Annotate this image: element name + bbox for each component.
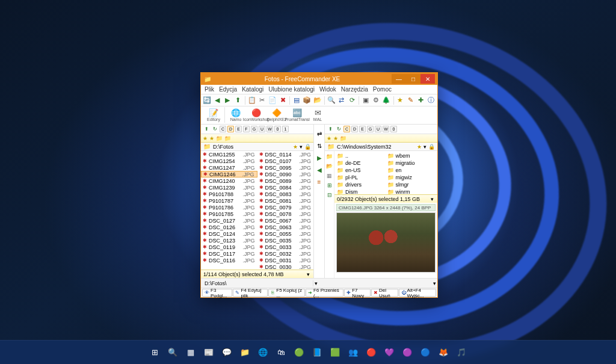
menu-pomoc[interactable]: Pomoc [373,86,392,93]
nav-refresh-icon[interactable]: ↻ [211,126,218,133]
new-icon[interactable]: ✚ [417,95,425,105]
file-row[interactable]: ✱DSC_0083.JPG [257,191,314,197]
taskbar-music-icon[interactable]: 🎵 [454,345,469,360]
maximize-button[interactable]: □ [406,74,420,84]
file-row[interactable]: ✱DSC_0079.JPG [257,204,314,211]
taskbar-whatsapp-icon[interactable]: 🟩 [327,345,343,360]
refresh-icon[interactable]: 🔄 [203,95,211,105]
file-row[interactable]: ✱DSC_0055.JPG [257,230,314,237]
file-row[interactable]: ✱DSC_0067.JPG [257,217,314,224]
sync-panes-icon[interactable]: ⇄ [315,129,324,138]
fnkey-f4[interactable]: ✎F4 Edytuj plik [233,289,268,297]
pack-icon[interactable]: 📦 [303,95,311,105]
folder-item[interactable]: 📁winrm [386,188,437,194]
folder-item[interactable]: 📁wbem [386,152,437,159]
right-path-bar[interactable]: 📁 C:\Windows\System32 ★ ▾ 🔒 [325,143,437,151]
taskbar-app2-icon[interactable]: 🔵 [417,345,433,360]
menu-katalogi[interactable]: Katalogi [242,86,263,93]
drive-w-button[interactable]: W [266,126,273,132]
file-row[interactable]: ✱DSC_0078.JPG [257,211,314,217]
props-icon[interactable]: ⓘ [427,95,436,105]
tree-icon[interactable]: 🌲 [382,95,390,105]
drive-d-button[interactable]: D [351,126,358,132]
copy-right-icon[interactable]: ▶ [315,153,324,162]
drive-d-button[interactable]: D [227,126,234,132]
star-icon[interactable]: ★ [327,135,331,141]
lock-icon[interactable]: 🔒 [428,144,435,150]
fnkey-del[interactable]: ✖Del Usuń [371,289,398,297]
search-icon[interactable]: 🔍 [327,95,336,105]
path-dropdown[interactable]: ▾ [313,280,319,286]
preview-image[interactable] [336,212,436,273]
taskbar-edge-icon[interactable]: 🌐 [255,345,271,360]
folder-item[interactable]: 📁migratio [386,159,437,167]
drive-f-button[interactable]: F [243,126,250,132]
filter-icon[interactable]: ▦ [326,172,333,179]
file-row[interactable]: ✱DSC_0031.JPG [257,257,314,264]
history-icon[interactable]: ▾ [424,144,427,150]
star-icon[interactable]: ★ [333,135,338,141]
paste-icon[interactable]: 📄 [268,95,277,105]
taskbar-opera-icon[interactable]: 🔴 [363,345,379,360]
folder-item[interactable]: 📁Dism [336,188,386,194]
path-dropdown[interactable]: ▾ [431,280,437,286]
file-row[interactable]: ✱DSC_0063.JPG [257,224,314,230]
menu-widok[interactable]: Widok [319,86,336,93]
file-row[interactable]: ✱DSC_0116.JPG [201,257,257,264]
close-button[interactable]: ✕ [420,74,435,84]
file-row[interactable]: ✱CIMG1254.JPG [201,158,257,164]
drive-e-button[interactable]: E [235,126,242,132]
view-icon[interactable]: ▤ [292,95,301,105]
file-row[interactable]: ✱CIMG1247.JPG [201,164,257,171]
drive-c-button[interactable]: C [343,126,350,132]
folder-item[interactable]: 📁de-DE [336,159,386,167]
left-file-list[interactable]: ✱CIMG1255.JPG✱DSC_0114.JPG✱CIMG1254.JPG✱… [201,151,313,270]
launcher-iconworkshop[interactable]: 🔴IconWorkshop [246,107,266,122]
taskbar-store-icon[interactable]: 🛍 [273,345,289,360]
folder-item[interactable]: 📁drivers [336,181,386,188]
folder-item[interactable]: 📁migwiz [386,174,437,181]
fwd-icon[interactable]: ▶ [223,95,232,105]
file-row[interactable]: ✱DSC_0032.JPG [257,250,314,257]
bottom-path-left[interactable]: D:\Fotos\ [205,280,227,286]
taskbar-teams-icon[interactable]: 👥 [345,345,361,360]
fnkey-f3[interactable]: 👁F3 Podgl... [202,289,232,297]
file-row[interactable]: ✱DSC_0124.JPG [201,230,257,237]
nav-refresh-icon[interactable]: ↻ [335,126,342,133]
collapse-icon[interactable]: ⊟ [326,191,333,199]
drive-0-button[interactable]: 0 [390,126,397,132]
right-folder-list[interactable]: 📁..📁wbem📁de-DE📁migratio📁en-US📁en📁pl-PL📁m… [334,151,437,194]
lock-icon[interactable]: 🔒 [304,144,311,150]
folder-item[interactable]: 📁en-US [336,167,386,174]
launcher-delphixe2[interactable]: 🔶DelphiXE2 [266,107,287,122]
file-row[interactable]: ✱DSC_0030.JPG [257,264,314,270]
fav-folder-icon[interactable]: 📁 [216,135,223,141]
file-row[interactable]: ✱CIMG1246.JPG [201,171,257,177]
file-row[interactable]: ✱DSC_0127.JPG [201,217,257,224]
windows-taskbar[interactable]: ⊞🔍▦📰💬📁🌐🛍🟢📘🟩👥🔴💜🟣🔵🦊🎵 [0,340,616,364]
terminal-icon[interactable]: ▣ [362,95,370,105]
taskbar-spotify1-icon[interactable]: 🟢 [291,345,307,360]
swap-panes-icon[interactable]: ⇅ [315,141,324,150]
folder-item[interactable]: 📁en [386,167,437,174]
fnkey-alt-f4[interactable]: ⏻Alt+F4 Wyjśc... [399,289,436,297]
fav-folder-icon[interactable]: 📁 [340,135,346,141]
file-row[interactable]: ✱P9101787.JPG [201,197,257,204]
nav-up-icon[interactable]: ⬆ [203,126,210,133]
compare-icon[interactable]: ≡ [315,177,324,186]
file-row[interactable]: ✱DSC_0107.JPG [257,158,314,164]
file-row[interactable]: ✱CIMG1255.JPG [201,151,257,158]
file-row[interactable]: ✱DSC_0081.JPG [257,197,314,204]
drive-e-button[interactable]: E [359,126,366,132]
drive-u-button[interactable]: U [375,126,381,132]
file-row[interactable]: ✱DSC_0114.JPG [257,151,314,158]
expand-icon[interactable]: ⊞ [326,182,333,189]
history-icon[interactable]: ▾ [300,144,303,150]
file-row[interactable]: ✱DSC_0084.JPG [257,184,314,191]
back-icon[interactable]: ◀ [213,95,221,105]
fav-folder-icon[interactable]: 📁 [224,135,231,141]
fnkey-f7[interactable]: ✚F7 Nowy [344,289,371,297]
edit-icon[interactable]: ✎ [407,95,415,105]
settings-icon[interactable]: ⚙ [372,95,380,105]
fav-icon[interactable]: ★ [396,95,404,105]
